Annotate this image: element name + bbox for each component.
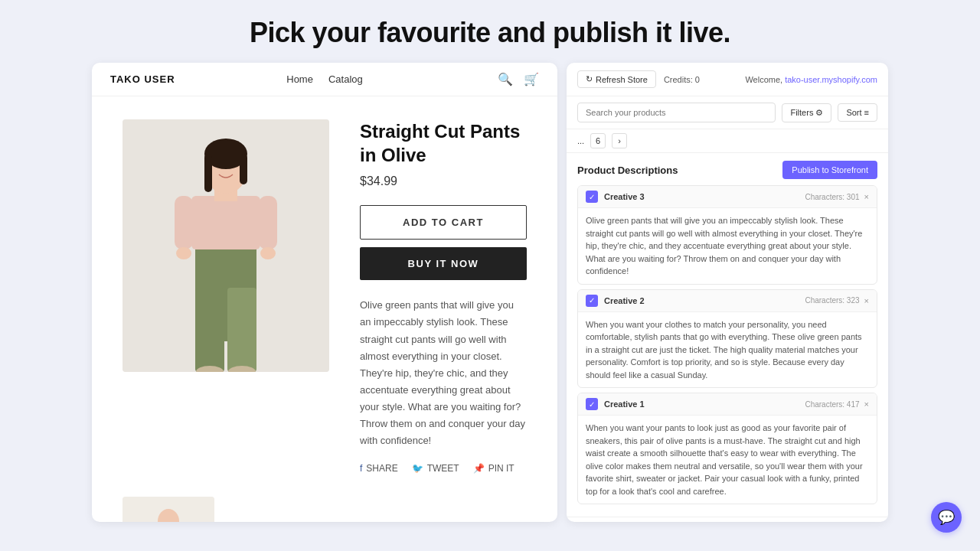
next-page-btn[interactable]: › [612, 133, 627, 148]
product-descriptions-section-1: Product Descriptions Publish to Storefro… [567, 153, 888, 517]
admin-panel: ↻ Refresh Store Credits: 0 Welcome, tako… [567, 63, 888, 522]
svg-rect-8 [204, 154, 212, 192]
sort-button[interactable]: Sort ≡ [838, 103, 877, 122]
creative-1-header: ✓ Creative 1 Characters: 417 × [578, 393, 877, 416]
check-icon: ✓ [589, 193, 595, 201]
creative-3-checkbox[interactable]: ✓ [586, 191, 598, 203]
pagination-dots: ... [577, 136, 584, 145]
creative-2-header: ✓ Creative 2 Characters: 323 × [578, 290, 877, 312]
search-icon[interactable]: 🔍 [498, 72, 513, 86]
creative-2-label: Creative 2 [604, 296, 805, 305]
buy-now-button[interactable]: BUY IT NOW [360, 247, 527, 280]
add-to-cart-button[interactable]: ADD TO CART [360, 205, 527, 240]
admin-search-row: Filters ⚙ Sort ≡ [567, 96, 888, 129]
creative-3-chars: Characters: 301 [805, 193, 859, 201]
chat-bubble-icon: 💬 [938, 509, 955, 526]
cart-icon[interactable]: 🛒 [524, 72, 539, 86]
publish-to-storefront-button-1[interactable]: Publish to Storefront [782, 161, 877, 179]
nav-catalog[interactable]: Catalog [328, 73, 363, 85]
creative-1-chars: Characters: 417 [805, 400, 859, 409]
svg-rect-3 [227, 288, 256, 372]
creative-2-close[interactable]: × [864, 296, 869, 305]
section-header-1: Product Descriptions Publish to Storefro… [577, 161, 877, 179]
twitter-icon: 🐦 [412, 463, 423, 474]
current-page-btn[interactable]: 6 [590, 133, 606, 148]
creative-2-body: When you want your clothes to match your… [578, 312, 877, 388]
svg-rect-11 [259, 196, 277, 249]
creative-2-checkbox[interactable]: ✓ [586, 295, 598, 307]
chat-icon[interactable]: 💬 [931, 502, 962, 533]
admin-header: ↻ Refresh Store Credits: 0 Welcome, tako… [567, 63, 888, 96]
sort-icon: ≡ [864, 108, 869, 117]
credits-label: Credits: 0 [664, 75, 700, 84]
store-content: Straight Cut Pants in Olive $34.99 ADD T… [92, 96, 557, 497]
tweet-button[interactable]: 🐦 TWEET [412, 463, 459, 474]
svg-point-12 [176, 247, 191, 259]
pin-button[interactable]: 📌 PIN IT [473, 463, 514, 474]
page-headline: Pick your favourite and publish it live. [0, 0, 980, 63]
creative-1-label: Creative 1 [604, 399, 805, 409]
storefront-panel: TAKO USER Home Catalog 🔍 🛒 [92, 63, 557, 522]
pagination-row: ... 6 › [567, 129, 888, 153]
refresh-store-button[interactable]: ↻ Refresh Store [577, 70, 656, 88]
thumbnails-row [92, 497, 557, 522]
creative-3-label: Creative 3 [604, 192, 805, 201]
filter-icon: ⚙ [815, 108, 823, 118]
product-price: $34.99 [360, 174, 527, 188]
product-descriptions-section-2: Product Descriptions Publish to Storefro… [567, 517, 888, 522]
creative-card-1: ✓ Creative 1 Characters: 417 × When you … [577, 393, 877, 504]
creative-3-body: Olive green pants that will give you an … [578, 208, 877, 284]
creative-3-close[interactable]: × [864, 192, 869, 201]
check-icon: ✓ [589, 296, 595, 305]
check-icon: ✓ [589, 400, 595, 409]
social-share: f SHARE 🐦 TWEET 📌 PIN IT [360, 463, 527, 474]
welcome-text: Welcome, tako-user.myshopify.com [745, 75, 877, 84]
section-title-1: Product Descriptions [577, 165, 678, 176]
pinterest-icon: 📌 [473, 463, 485, 474]
svg-rect-4 [191, 196, 260, 249]
creative-1-close[interactable]: × [864, 399, 869, 409]
svg-rect-9 [240, 154, 247, 184]
store-header: TAKO USER Home Catalog 🔍 🛒 [92, 63, 557, 96]
creative-1-checkbox[interactable]: ✓ [586, 398, 598, 410]
welcome-link[interactable]: tako-user.myshopify.com [785, 75, 877, 84]
creative-1-body: When you want your pants to look just as… [578, 416, 877, 504]
svg-rect-10 [175, 196, 193, 249]
thumbnail-item[interactable] [122, 497, 214, 522]
product-title: Straight Cut Pants in Olive [360, 119, 527, 167]
product-description: Olive green pants that will give you an … [360, 297, 527, 449]
creative-3-header: ✓ Creative 3 Characters: 301 × [578, 186, 877, 208]
svg-rect-2 [195, 288, 224, 372]
creative-card-2: ✓ Creative 2 Characters: 323 × When you … [577, 289, 877, 389]
store-nav-icons: 🔍 🛒 [432, 72, 539, 86]
creative-card-3: ✓ Creative 3 Characters: 301 × Olive gre… [577, 185, 877, 285]
filters-button[interactable]: Filters ⚙ [782, 103, 831, 122]
share-button[interactable]: f SHARE [360, 463, 398, 474]
refresh-icon: ↻ [586, 74, 593, 84]
store-logo: TAKO USER [110, 73, 217, 85]
creative-2-chars: Characters: 323 [805, 296, 859, 305]
product-search-input[interactable] [577, 103, 776, 122]
store-nav: Home Catalog [217, 73, 432, 85]
nav-home[interactable]: Home [286, 73, 313, 85]
product-image-container [122, 119, 329, 372]
svg-point-13 [260, 247, 276, 259]
facebook-icon: f [360, 463, 362, 474]
product-info: Straight Cut Pants in Olive $34.99 ADD T… [360, 119, 527, 474]
